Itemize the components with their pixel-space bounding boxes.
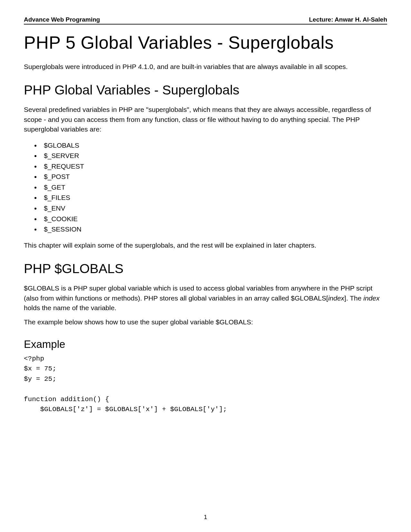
list-item: $_GET [41,182,387,193]
text: $GLOBALS is a PHP super global variable … [24,284,372,301]
section-heading-1: PHP Global Variables - Superglobals [24,83,387,98]
list-item: $GLOBALS [41,140,387,151]
example-heading: Example [24,338,387,350]
italic-text: index [328,294,344,302]
section-heading-2: PHP $GLOBALS [24,261,387,276]
section2-paragraph-2: The example below shows how to use the s… [24,317,387,327]
list-item: $_REQUEST [41,161,387,172]
list-item: $_ENV [41,203,387,214]
page-title: PHP 5 Global Variables - Superglobals [24,32,387,53]
italic-text: index [363,294,379,302]
list-item: $_COOKIE [41,214,387,224]
section2-paragraph-1: $GLOBALS is a PHP super global variable … [24,283,387,313]
superglobals-list: $GLOBALS $_SERVER $_REQUEST $_POST $_GET… [35,140,387,235]
list-item: $_FILES [41,192,387,203]
list-item: $_POST [41,172,387,182]
text: ]. The [344,294,363,302]
code-block: <?php $x = 75; $y = 25; function additio… [24,354,387,415]
section1-after-paragraph: This chapter will explain some of the su… [24,241,387,250]
section1-paragraph: Several predefined variables in PHP are … [24,105,387,134]
list-item: $_SERVER [41,151,387,161]
header-right: Lecture: Anwar H. Al-Saleh [309,16,387,23]
page-header: Advance Web Programing Lecture: Anwar H.… [24,16,387,25]
page: Advance Web Programing Lecture: Anwar H.… [0,0,411,532]
page-number: 1 [0,514,411,521]
intro-paragraph: Superglobals were introduced in PHP 4.1.… [24,62,387,72]
text: holds the name of the variable. [24,304,116,311]
header-left: Advance Web Programing [24,16,100,23]
list-item: $_SESSION [41,224,387,235]
